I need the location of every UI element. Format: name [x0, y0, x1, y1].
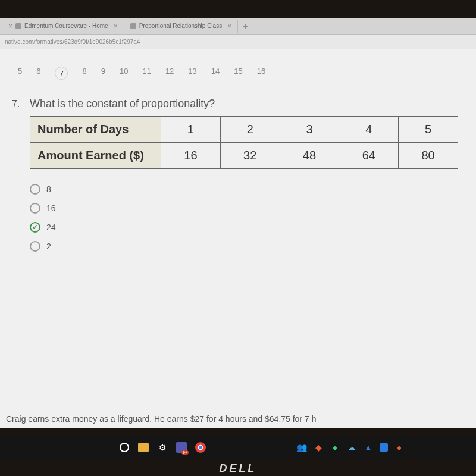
- radio-checked-icon: [30, 222, 40, 233]
- nav-item[interactable]: 8: [82, 67, 86, 80]
- table-cell: 80: [399, 143, 458, 169]
- chrome-icon[interactable]: [195, 442, 206, 453]
- tab-title: Proportional Relationship Class: [139, 23, 223, 29]
- taskbar-left: ⚙ 9+: [119, 442, 206, 453]
- close-icon[interactable]: ×: [114, 22, 118, 30]
- data-table: Number of Days 1 2 3 4 5 Amount Earned (…: [30, 116, 458, 169]
- cortana-icon[interactable]: [119, 442, 130, 453]
- tray-icon[interactable]: ◆: [313, 442, 324, 453]
- table-cell: 4: [339, 117, 399, 143]
- browser-tab-2[interactable]: Proportional Relationship Class ×: [124, 20, 239, 33]
- address-bar[interactable]: native.com/formatives/623d9f0f/1e9026b5c…: [0, 35, 476, 49]
- question-body: What is the constant of proportionality?…: [30, 98, 470, 260]
- close-icon[interactable]: ×: [8, 22, 12, 30]
- radio-icon: [30, 184, 40, 195]
- option-label: 16: [46, 203, 56, 213]
- people-icon[interactable]: 👥: [296, 442, 307, 453]
- nav-item[interactable]: 6: [36, 67, 40, 80]
- row-label: Amount Earned ($): [30, 143, 161, 169]
- nav-item[interactable]: 15: [234, 67, 242, 80]
- nav-item[interactable]: 13: [188, 67, 196, 80]
- question-nav: 5 6 7 8 9 10 11 12 13 14 15 16: [0, 61, 476, 98]
- radio-icon: [30, 241, 40, 252]
- laptop-frame: × Edmentum Courseware - Home × Proportio…: [0, 0, 476, 476]
- row-label: Number of Days: [30, 117, 161, 143]
- table-cell: 32: [220, 143, 280, 169]
- nav-item[interactable]: 12: [165, 67, 174, 80]
- table-row: Amount Earned ($) 16 32 48 64 80: [30, 143, 458, 169]
- table-cell: 3: [280, 117, 339, 143]
- next-question-preview: Craig earns extra money as a lifeguard. …: [6, 408, 470, 424]
- table-cell: 16: [161, 143, 221, 169]
- table-row: Number of Days 1 2 3 4 5: [30, 117, 458, 143]
- option-label: 24: [46, 223, 56, 232]
- nav-item[interactable]: 16: [257, 67, 265, 80]
- nav-item-current[interactable]: 7: [55, 67, 68, 80]
- dell-logo: DELL: [220, 462, 257, 475]
- question-block: 7. What is the constant of proportionali…: [0, 98, 476, 260]
- nav-item[interactable]: 10: [120, 67, 128, 80]
- browser-tab-1[interactable]: × Edmentum Courseware - Home ×: [0, 20, 124, 33]
- close-icon[interactable]: ×: [227, 22, 231, 30]
- nav-item[interactable]: 14: [211, 67, 220, 80]
- browser-tab-strip: × Edmentum Courseware - Home × Proportio…: [0, 18, 476, 35]
- tray-icon[interactable]: ●: [330, 442, 340, 453]
- windows-taskbar: ⚙ 9+ 👥 ◆ ● ☁ ▲ S ●: [0, 436, 476, 459]
- tab-title: Edmentum Courseware - Home: [24, 23, 108, 29]
- table-cell: 64: [339, 143, 399, 169]
- tab-favicon: [15, 23, 21, 29]
- screen: × Edmentum Courseware - Home × Proportio…: [0, 18, 476, 428]
- option-label: 8: [46, 184, 51, 194]
- file-explorer-icon[interactable]: [138, 442, 149, 453]
- tray-icon[interactable]: S: [380, 443, 388, 452]
- answer-options: 8 16 24 2: [30, 184, 470, 252]
- settings-icon[interactable]: ⚙: [157, 442, 168, 453]
- table-cell: 2: [220, 117, 280, 143]
- option-label: 2: [46, 242, 51, 251]
- question-text: What is the constant of proportionality?: [30, 98, 470, 110]
- badge-count: 9+: [181, 450, 189, 455]
- question-number: 7.: [12, 98, 30, 260]
- tray-icon[interactable]: ●: [394, 442, 405, 453]
- answer-option[interactable]: 16: [30, 203, 470, 214]
- tray-icon[interactable]: ☁: [346, 442, 357, 453]
- url-text: native.com/formatives/623d9f0f/1e9026b5c…: [5, 39, 140, 45]
- tab-favicon: [130, 23, 136, 29]
- table-cell: 48: [280, 143, 339, 169]
- answer-option[interactable]: 8: [30, 184, 470, 195]
- taskbar-right: 👥 ◆ ● ☁ ▲ S ●: [296, 442, 405, 453]
- answer-option-selected[interactable]: 24: [30, 222, 470, 233]
- table-cell: 5: [399, 117, 458, 143]
- teams-icon[interactable]: 9+: [176, 442, 187, 453]
- radio-icon: [30, 203, 40, 214]
- nav-item[interactable]: 9: [101, 67, 105, 80]
- new-tab-button[interactable]: +: [238, 21, 252, 31]
- nav-item[interactable]: 5: [18, 67, 22, 80]
- tray-icon[interactable]: ▲: [363, 442, 374, 453]
- page-content: 5 6 7 8 9 10 11 12 13 14 15 16 7. What i…: [0, 49, 476, 428]
- nav-item[interactable]: 11: [142, 67, 151, 80]
- answer-option[interactable]: 2: [30, 241, 470, 252]
- table-cell: 1: [161, 117, 221, 143]
